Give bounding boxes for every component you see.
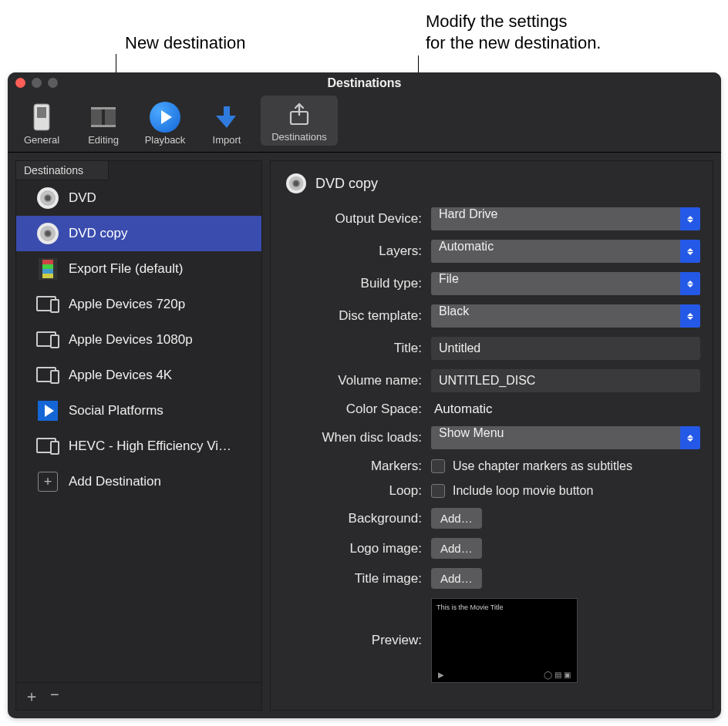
markers-row: Use chapter markers as subtitles <box>431 459 700 473</box>
devices-icon <box>36 293 59 316</box>
toolbar-tab-destinations[interactable]: Destinations <box>261 96 338 146</box>
label-loop: Loop: <box>283 483 422 499</box>
preferences-window: Destinations General Editing Playback I <box>8 72 721 718</box>
toolbar-tab-general[interactable]: General <box>14 102 69 146</box>
play-icon: ▶ <box>438 671 444 679</box>
select-value: Show Menu <box>431 426 700 449</box>
film-icon <box>36 257 59 281</box>
select-value: Hard Drive <box>431 207 700 230</box>
window-controls <box>15 78 58 88</box>
label-disc-template: Disc template: <box>283 308 422 324</box>
label-volume-name: Volume name: <box>283 373 422 388</box>
sidebar-item-label: Apple Devices 4K <box>69 368 172 383</box>
label-markers: Markers: <box>283 459 422 474</box>
add-button[interactable]: ＋ <box>24 686 39 707</box>
svg-rect-3 <box>105 107 116 127</box>
label-color-space: Color Space: <box>283 402 422 417</box>
detail-title: DVD copy <box>315 176 378 192</box>
select-value: Automatic <box>431 240 700 263</box>
window-body: Destinations DVD DVD copy Export File (d… <box>8 153 721 718</box>
annotation-callouts: New destination Modify the settings for … <box>0 0 728 74</box>
disc-icon <box>36 222 59 245</box>
disc-icon <box>286 173 306 193</box>
toolbar-label: Import <box>213 134 241 146</box>
sidebar-item-apple-4k[interactable]: Apple Devices 4K <box>16 358 261 393</box>
disc-loads-select[interactable]: Show Menu <box>431 426 700 449</box>
chevron-updown-icon <box>680 272 700 295</box>
sidebar-item-hevc[interactable]: HEVC - High Efficiency Vi… <box>16 429 261 464</box>
general-icon <box>26 102 57 133</box>
sidebar-header: Destinations <box>16 161 109 180</box>
svg-rect-4 <box>91 107 116 109</box>
close-window-button[interactable] <box>15 78 25 88</box>
remove-button[interactable]: − <box>50 686 59 707</box>
build-type-select[interactable]: File <box>431 272 700 295</box>
sidebar-item-label: DVD <box>69 190 96 206</box>
toolbar-label: General <box>24 134 59 146</box>
import-icon <box>211 102 242 133</box>
title-image-add-button[interactable]: Add… <box>431 568 482 589</box>
chevron-updown-icon <box>680 426 700 449</box>
sidebar-item-social-platforms[interactable]: Social Platforms <box>16 393 261 429</box>
editing-icon <box>88 102 119 133</box>
disc-icon <box>36 187 59 210</box>
toolbar-label: Destinations <box>271 131 327 143</box>
destination-detail-panel: DVD copy Output Device: Hard Drive Layer… <box>270 160 713 711</box>
sidebar-item-label: Apple Devices 1080p <box>69 332 193 348</box>
svg-rect-1 <box>37 107 46 118</box>
loop-text: Include loop movie button <box>453 484 593 498</box>
markers-checkbox[interactable] <box>431 459 445 473</box>
loop-checkbox[interactable] <box>431 484 445 498</box>
sidebar-item-add-destination[interactable]: + Add Destination <box>16 464 261 499</box>
toolbar-label: Editing <box>88 134 119 146</box>
logo-image-add-button[interactable]: Add… <box>431 538 482 559</box>
sidebar-item-apple-720p[interactable]: Apple Devices 720p <box>16 287 261 322</box>
sidebar-item-label: Add Destination <box>69 474 161 489</box>
zoom-window-button[interactable] <box>48 78 58 88</box>
chevron-updown-icon <box>680 304 700 328</box>
label-title-image: Title image: <box>283 571 422 587</box>
volume-name-input[interactable] <box>431 369 700 392</box>
chevron-updown-icon <box>680 240 700 263</box>
sidebar-item-export-file[interactable]: Export File (default) <box>16 251 261 287</box>
loop-row: Include loop movie button <box>431 484 700 498</box>
svg-rect-2 <box>91 107 102 127</box>
sidebar-item-apple-1080p[interactable]: Apple Devices 1080p <box>16 322 261 358</box>
label-layers: Layers: <box>283 244 422 259</box>
preview-controls: ▶ ◯ ▤ ▣ <box>432 667 577 682</box>
sidebar-footer: ＋ − <box>16 682 261 710</box>
label-preview: Preview: <box>283 633 422 648</box>
markers-text: Use chapter markers as subtitles <box>453 459 632 473</box>
destinations-icon <box>284 99 315 129</box>
label-disc-loads: When disc loads: <box>283 430 422 445</box>
preview-right-icons: ◯ ▤ ▣ <box>544 671 571 679</box>
svg-rect-5 <box>91 125 116 127</box>
window-title: Destinations <box>8 72 721 94</box>
titlebar: Destinations <box>8 72 721 94</box>
playback-icon <box>150 102 180 133</box>
preferences-toolbar: General Editing Playback Import Destinat… <box>8 94 721 153</box>
title-input[interactable] <box>431 337 700 360</box>
preview-caption: This is the Movie Title <box>436 603 504 611</box>
select-value: File <box>431 272 700 295</box>
layers-select[interactable]: Automatic <box>431 240 700 263</box>
toolbar-tab-import[interactable]: Import <box>199 102 254 146</box>
chevron-updown-icon <box>680 207 700 230</box>
destinations-sidebar: Destinations DVD DVD copy Export File (d… <box>15 160 262 711</box>
sidebar-item-label: HEVC - High Efficiency Vi… <box>69 439 231 454</box>
label-output-device: Output Device: <box>283 211 422 227</box>
destinations-list: DVD DVD copy Export File (default) Apple… <box>16 180 261 682</box>
output-device-select[interactable]: Hard Drive <box>431 207 700 230</box>
toolbar-label: Playback <box>145 134 186 146</box>
background-add-button[interactable]: Add… <box>431 508 482 529</box>
minimize-window-button[interactable] <box>32 78 42 88</box>
label-logo-image: Logo image: <box>283 541 422 556</box>
disc-template-select[interactable]: Black <box>431 304 700 328</box>
toolbar-tab-editing[interactable]: Editing <box>76 102 131 146</box>
toolbar-tab-playback[interactable]: Playback <box>137 102 193 146</box>
sidebar-item-dvd[interactable]: DVD <box>16 180 261 216</box>
sidebar-item-dvd-copy[interactable]: DVD copy <box>16 216 261 251</box>
label-build-type: Build type: <box>283 276 422 291</box>
plus-box-icon: + <box>36 470 59 493</box>
label-title: Title: <box>283 341 422 356</box>
